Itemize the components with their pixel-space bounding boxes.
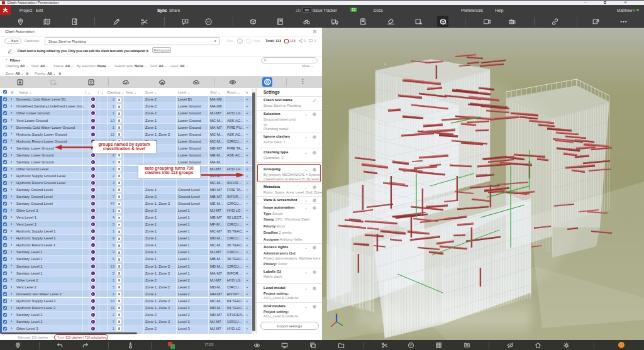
svg-text:↻: ↻ [445,22,447,25]
svg-text:ST: ST [409,344,413,346]
svg-text:ST: ST [206,20,210,23]
